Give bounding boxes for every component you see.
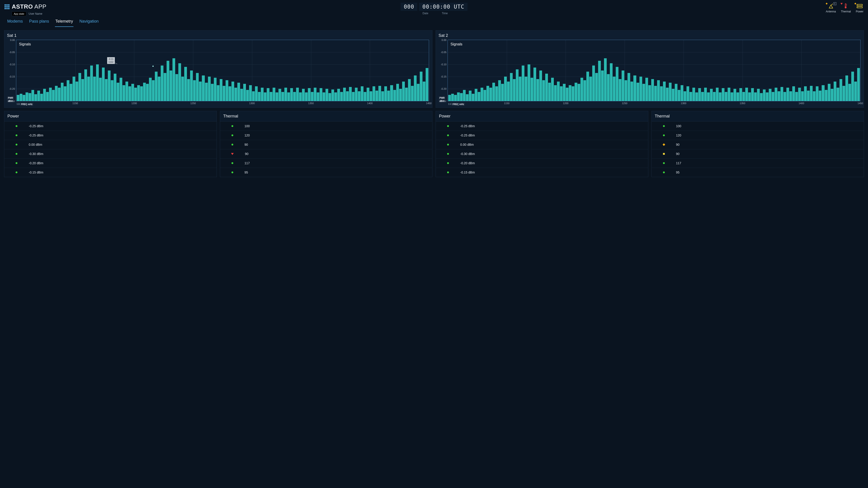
tab-modems[interactable]: Modems [7, 17, 23, 27]
y-tick: -0.05 [9, 51, 15, 54]
status-warn-icon [662, 143, 665, 146]
sat-title: Sat 2 [438, 33, 861, 38]
status-ok-icon [231, 171, 233, 173]
list-row[interactable]: -0.30 dBm [436, 149, 648, 159]
status-antenna[interactable]: 1 Antenna [826, 3, 836, 13]
row-value: -0.20 dBm [29, 161, 47, 165]
status-ok-icon [663, 171, 665, 173]
row-value: 90 [676, 152, 694, 156]
tab-telemetry[interactable]: Telemetry [55, 17, 73, 27]
row-value: 90 [245, 152, 263, 156]
list-row[interactable]: 90 [220, 149, 432, 159]
list-row[interactable]: 0.00 dBm [436, 140, 648, 149]
x-tick: 1150 [72, 102, 78, 105]
list-row[interactable]: 117 [220, 159, 432, 168]
y-tick: -0.10 [9, 63, 15, 66]
list-row[interactable]: 120 [220, 131, 432, 140]
status-ok-icon [16, 144, 18, 145]
clock-date: 000 [401, 3, 417, 11]
y-axis-label: PWR [438, 96, 445, 99]
chart-bars [448, 40, 860, 101]
x-tick: 1350 [308, 102, 313, 105]
row-value: 100 [676, 124, 694, 128]
list-row[interactable]: 100 [652, 122, 864, 131]
list-row[interactable]: -0.25 dBm [4, 122, 217, 131]
y-tick: -0.25z [8, 100, 15, 102]
y-tick: -0.15 [441, 75, 446, 78]
list-row[interactable]: -0.15 dBm [4, 168, 217, 177]
status-ok-icon [447, 162, 449, 164]
list-row[interactable]: 90 [652, 140, 864, 149]
x-tick: 1150 [504, 102, 509, 105]
status-ok-icon [16, 153, 18, 155]
signals-chart[interactable]: Signals0.00-0.05-0.10-0.15-0.20-0.25z115… [16, 40, 429, 101]
chart-bars [16, 40, 429, 101]
list-row[interactable]: -0.30 dBm [4, 149, 217, 159]
status-ok-icon [231, 134, 233, 136]
tab-navigation[interactable]: Navigation [79, 17, 99, 27]
lower-grid: Power-0.25 dBm-0.25 dBm0.00 dBm-0.30 dBm… [0, 111, 868, 181]
status-ok-icon [231, 144, 233, 145]
list-row[interactable]: -0.20 dBm [436, 159, 648, 168]
list-row[interactable]: 95 [652, 168, 864, 177]
svg-point-2 [845, 6, 846, 8]
list-row[interactable]: 0.00 dBm [4, 140, 217, 149]
row-value: 117 [245, 161, 263, 165]
y-tick: -0.25z [439, 100, 446, 102]
clock-time: 00:00:00 UTC [419, 3, 467, 11]
row-value: -0.30 dBm [460, 152, 478, 156]
y-tick: -0.10 [441, 63, 446, 66]
list-row[interactable]: -0.25 dBm [436, 131, 648, 140]
x-tick: 1200 [131, 102, 137, 105]
row-value: 100 [245, 124, 263, 128]
list-row[interactable]: -0.25 dBm [4, 131, 217, 140]
tab-pass-plans[interactable]: Pass plans [29, 17, 50, 27]
list-row[interactable]: -0.20 dBm [4, 159, 217, 168]
status-ok-icon [16, 171, 18, 173]
thermal-panel: Thermal100120909011795 [651, 111, 864, 177]
status-ok-icon [16, 134, 18, 136]
x-tick: 1400 [799, 102, 804, 105]
list-row[interactable]: 90 [220, 140, 432, 149]
list-row[interactable]: 120 [652, 131, 864, 140]
row-value: 120 [676, 133, 694, 137]
list-row[interactable]: -0.15 dBm [436, 168, 648, 177]
status-thermal[interactable]: Thermal [841, 3, 851, 13]
user-name: User Name [29, 12, 42, 15]
app-grid-icon[interactable] [4, 4, 9, 9]
status-power[interactable]: Power [856, 3, 864, 13]
status-ok-icon [231, 125, 233, 127]
status-ok-icon [663, 134, 665, 136]
thermal-header: Thermal [652, 111, 864, 122]
y-tick: -0.05 [441, 51, 446, 54]
row-value: -0.15 dBm [29, 170, 47, 174]
row-value: -0.20 dBm [460, 161, 478, 165]
list-row[interactable]: 90 [652, 149, 864, 159]
list-row[interactable]: 95 [220, 168, 432, 177]
chart-title: Signals [19, 42, 31, 46]
status-critical-icon [231, 153, 234, 155]
y-tick: -0.15 [9, 75, 15, 78]
row-value: 95 [676, 170, 694, 174]
status-ok-icon [663, 125, 665, 127]
row-value: 0.00 dBm [460, 143, 478, 147]
status-ok-icon [231, 162, 233, 164]
clock-date-label: Date [423, 12, 428, 15]
x-axis-unit: mHz [27, 103, 33, 106]
list-row[interactable]: 117 [652, 159, 864, 168]
row-value: 95 [245, 170, 263, 174]
status-warn-icon [663, 153, 665, 155]
list-row[interactable]: -0.25 dBm [436, 122, 648, 131]
list-row[interactable]: 100 [220, 122, 432, 131]
svg-point-8 [858, 7, 858, 7]
thermal-panel: Thermal100120909011795 [220, 111, 433, 177]
sat-panel: Sat 2PWRdBm1100FREQmHzSignals0.00-0.05-0… [436, 30, 864, 108]
antenna-icon [828, 4, 834, 8]
signals-chart[interactable]: Signals0.00-0.05-0.10-0.15-0.20-0.25z115… [447, 40, 861, 101]
main-grid: Sat 1PWRdBm1100FREQmHzSignals0.00-0.05-0… [0, 27, 868, 111]
status-ok-icon [447, 144, 449, 145]
status-icons: 1 Antenna Thermal [826, 3, 864, 13]
x-tick: 1450 [858, 102, 863, 105]
status-ok-icon [16, 162, 18, 164]
status-ok-icon [447, 125, 449, 127]
